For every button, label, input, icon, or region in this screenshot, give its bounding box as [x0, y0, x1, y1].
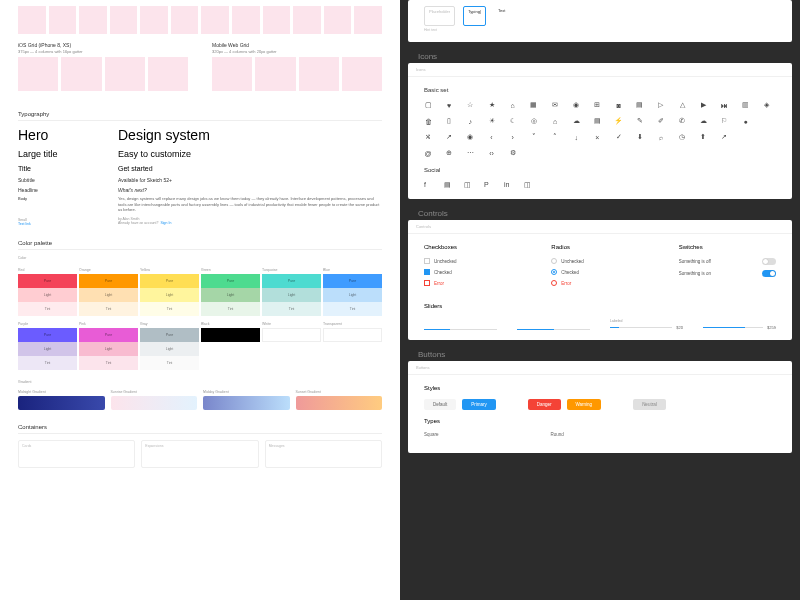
- download-icon: ⬇: [636, 133, 644, 141]
- palette-row-1: RedPureLightTintOrangePureLightTintYello…: [18, 268, 382, 316]
- primary-button[interactable]: Primary: [462, 399, 496, 410]
- chevron-left-icon: ‹: [488, 133, 496, 141]
- container-messages: Messages: [265, 440, 382, 468]
- lightning-icon: ⚡: [615, 117, 623, 125]
- gradient-midday-gradient: Midday Gradient: [203, 390, 290, 410]
- target-icon: ◎: [530, 117, 538, 125]
- slider-mid[interactable]: [517, 329, 590, 331]
- textlink-sample[interactable]: Text link: [18, 222, 118, 226]
- container-expansions: Expansions: [141, 440, 258, 468]
- switch-off[interactable]: Something is off: [679, 258, 776, 265]
- gradient-sunset-gradient: Sunset Gradient: [296, 390, 383, 410]
- file-icon: ▯: [445, 117, 453, 125]
- slider-labeled-2[interactable]: $259: [703, 325, 776, 330]
- heart-icon: ♥: [445, 101, 453, 109]
- pen-icon: ✐: [657, 117, 665, 125]
- danger-button[interactable]: Danger: [528, 399, 561, 410]
- null2-icon: [742, 133, 750, 141]
- body-sample: Body: [18, 196, 118, 201]
- palette-heading: Color palette: [18, 240, 382, 250]
- large-title-sample: Large title: [18, 149, 118, 159]
- swatch-green: GreenPureLightTint: [201, 268, 260, 316]
- styles-title: Styles: [424, 385, 776, 391]
- radio-checked[interactable]: Checked: [551, 269, 648, 275]
- slider-basic[interactable]: [424, 329, 497, 331]
- award-icon: ⚐: [720, 117, 728, 125]
- switch-on[interactable]: Something is on: [679, 270, 776, 277]
- swatch-black: BlackPure: [201, 322, 260, 370]
- pinterest-icon: P: [484, 181, 492, 189]
- swatch-purple: PurplePureLightTint: [18, 322, 77, 370]
- gradient-midnight-gradient: Midnight Gradient: [18, 390, 105, 410]
- signin-link[interactable]: Sign In: [160, 221, 171, 225]
- swatch-white: White: [262, 322, 321, 370]
- close-icon: ×: [593, 133, 601, 141]
- moon-icon: ☾: [509, 117, 517, 125]
- star-outline-icon: ☆: [466, 101, 474, 109]
- ios-grid-sub: 375px — 4 columns with 16px gutter: [18, 49, 188, 54]
- grid-row-top: [18, 6, 382, 34]
- dots-icon: ⋯: [466, 149, 474, 157]
- typing-input[interactable]: Typing|: [463, 6, 486, 26]
- camera-icon: ◙: [615, 101, 623, 109]
- checkbox-unchecked[interactable]: Unchecked: [424, 258, 521, 264]
- social-row: f▤◫Pin◫: [424, 181, 776, 189]
- upload-icon: ⬆: [699, 133, 707, 141]
- icons-breadcrumb: Icons: [408, 63, 792, 77]
- swatch-turquoise: TurquoisePureLightTint: [262, 268, 321, 316]
- cloud-upload-icon: ☁: [699, 117, 707, 125]
- warning-button[interactable]: Warning: [567, 399, 602, 410]
- mobile-grid-sub: 320px — 4 columns with 20px gutter: [212, 49, 382, 54]
- ios-grid-label: iOS Grid (iPhone 8, XS): [18, 42, 188, 48]
- slider-labeled[interactable]: Labeled $20: [610, 319, 683, 330]
- radio-unchecked[interactable]: Unchecked: [551, 258, 648, 264]
- hero-sample: Hero: [18, 127, 118, 143]
- star-icon: ★: [488, 101, 496, 109]
- facebook-icon: f: [424, 181, 432, 189]
- sliders-title: Sliders: [424, 303, 776, 309]
- checkbox-checked[interactable]: Checked: [424, 269, 521, 275]
- check-icon: ✓: [615, 133, 623, 141]
- left-document-panel: iOS Grid (iPhone 8, XS) 375px — 4 column…: [0, 0, 400, 600]
- cart-icon: ▤: [636, 101, 644, 109]
- neutral-button[interactable]: Neutral: [633, 399, 666, 410]
- title-sample: Title: [18, 165, 118, 172]
- body-text: Yes, design systems will replace many de…: [118, 196, 382, 213]
- video-icon: ◈: [763, 101, 771, 109]
- radios-title: Radios: [551, 244, 648, 250]
- linkedin-icon: in: [504, 181, 512, 189]
- sun-icon: ☀: [488, 117, 496, 125]
- social-title: Social: [424, 167, 776, 173]
- inputs-row: Placeholder Hint text Typing| Text: [408, 0, 792, 42]
- home-icon: ⌂: [551, 117, 559, 125]
- note-icon: ♪: [466, 117, 474, 125]
- subtitle-sample: Subtitle: [18, 177, 118, 183]
- bookmark-outline-icon: ▢: [424, 101, 432, 109]
- buttons-breadcrumb: Buttons: [408, 361, 792, 375]
- triangle-icon: △: [678, 101, 686, 109]
- radio-error[interactable]: Error: [551, 280, 648, 286]
- palette-row-2: PurplePureLightTintPinkPureLightTintGray…: [18, 322, 382, 370]
- controls-breadcrumb: Controls: [408, 220, 792, 234]
- chart-icon: ▤: [593, 117, 601, 125]
- checkbox-error[interactable]: Error: [424, 280, 521, 286]
- tag-icon: ⌂: [509, 101, 517, 109]
- icons-section-heading: Icons: [400, 48, 800, 63]
- square-label: Square: [424, 432, 439, 437]
- default-button[interactable]: Default: [424, 399, 456, 410]
- chevron-right-icon: ›: [509, 133, 517, 141]
- play-box-icon: ▷: [657, 101, 665, 109]
- chevron-up-icon: ˄: [551, 133, 559, 141]
- code-icon: ‹›: [488, 149, 496, 157]
- search-icon: ⌕: [657, 133, 665, 141]
- placeholder-input[interactable]: Placeholder: [424, 6, 455, 26]
- headline-sample: Headline: [18, 187, 118, 193]
- round-label: Round: [551, 432, 564, 437]
- subtitle-text: Available for Sketch 52+: [118, 177, 382, 183]
- typography-heading: Typography: [18, 111, 382, 121]
- color-subheading: Color: [18, 256, 382, 260]
- share-social-icon: ◫: [524, 181, 532, 189]
- large-text: Easy to customize: [118, 149, 382, 159]
- mobile-grid-label: Mobile Web Grid: [212, 42, 382, 48]
- text-input[interactable]: Text: [494, 6, 509, 26]
